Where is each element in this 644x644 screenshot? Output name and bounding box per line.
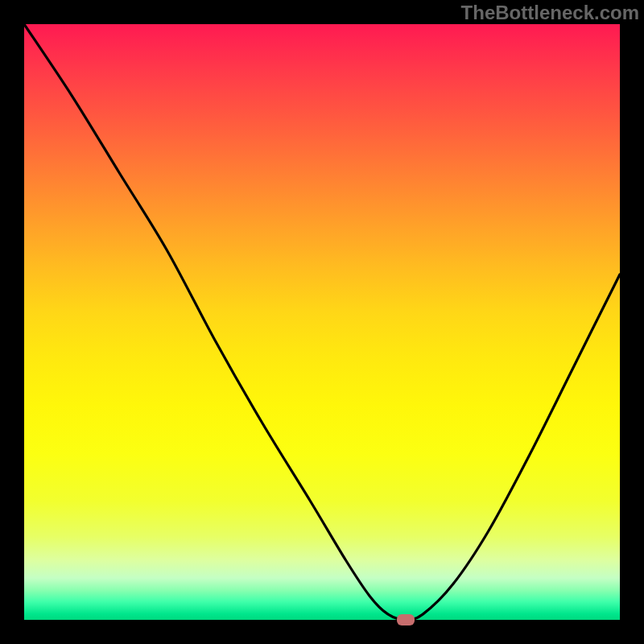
attribution-watermark: TheBottleneck.com [461,2,639,24]
curve-path [24,24,620,620]
bottleneck-curve [24,24,620,620]
optimal-point-marker [397,614,415,625]
plot-area [24,24,620,620]
